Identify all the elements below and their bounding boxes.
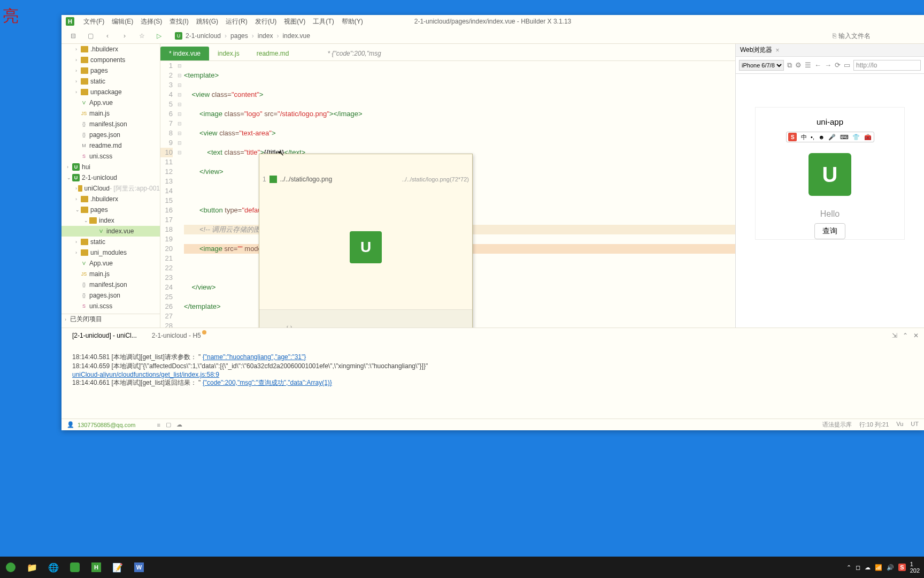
emoji-icon[interactable]: ☻ [818, 134, 825, 140]
tree-item-components[interactable]: ›components [61, 55, 160, 65]
devtools-icon[interactable]: ▭ [844, 61, 850, 69]
ime-toolbar[interactable]: S 中 •, ☻ 🎤 ⌨ 👕 🧰 [786, 132, 874, 142]
ime-cn-label[interactable]: 中 [801, 133, 807, 141]
keyboard-icon[interactable]: ⌨ [840, 134, 849, 141]
tab-index-js[interactable]: index.js [209, 47, 248, 60]
tree-item-manifest-json[interactable]: {}manifest.json [61, 119, 160, 130]
tree-item-pages-json[interactable]: {}pages.json [61, 290, 160, 301]
user-icon[interactable]: 👤 [67, 421, 74, 428]
tree-item-index-vue[interactable]: Vindex.vue [61, 226, 160, 237]
tree-item-2-1-unicloud[interactable]: ⌄U2-1-unicloud [61, 172, 160, 183]
sidebar-toggle-icon[interactable]: ⊟ [67, 29, 80, 42]
menu-help[interactable]: 帮助(Y) [338, 17, 367, 26]
autocomplete-item[interactable]: 1 ../../static/logo.png ../../static/log… [259, 173, 472, 185]
menu-goto[interactable]: 跳转(G) [192, 17, 222, 26]
closed-projects[interactable]: › 已关闭项目 [61, 314, 160, 324]
toolbox-icon[interactable]: 🧰 [864, 134, 872, 141]
tree-item-main-js[interactable]: JSmain.js [61, 269, 160, 279]
tray-app-icon[interactable]: ◻ [856, 564, 860, 571]
tree-item-uni-scss[interactable]: Suni.scss [61, 301, 160, 311]
tree-item-main-js[interactable]: JSmain.js [61, 108, 160, 119]
tree-item--hbuilderx[interactable]: ›.hbuilderx [61, 44, 160, 55]
star-icon[interactable]: ☆ [135, 29, 148, 42]
tree-item-pages[interactable]: ›pages [61, 65, 160, 76]
tree-item-static[interactable]: ›static [61, 237, 160, 247]
crumb-project[interactable]: 2-1-unicloud [183, 32, 223, 40]
console-tab-h5[interactable]: 2-1-unicloud - H5 [147, 330, 211, 341]
log-params-link[interactable]: {"name":"huochangliang","age":"31"} [203, 353, 306, 361]
console-export-icon[interactable]: ⇲ [892, 332, 897, 339]
file-search[interactable]: ⎘ [833, 32, 919, 40]
file-explorer-icon[interactable]: 📁 [21, 557, 43, 578]
clock[interactable]: 1202 [910, 561, 920, 574]
tree-item-app-vue[interactable]: VApp.vue [61, 258, 160, 269]
tree-item-manifest-json[interactable]: {}manifest.json [61, 279, 160, 290]
device-select[interactable]: iPhone 6/7/8 [739, 60, 784, 71]
refresh-icon[interactable]: ⟳ [835, 61, 841, 69]
tree-item-unicloud[interactable]: ›uniCloud - [阿里云:app-001 [61, 183, 160, 194]
tree-item-uni-scss[interactable]: Suni.scss [61, 151, 160, 162]
console-clear-icon[interactable]: ✕ [913, 332, 919, 339]
wps-icon[interactable]: W [128, 557, 150, 578]
hbuilder-icon[interactable]: H [86, 557, 107, 578]
crumb-file[interactable]: index.vue [280, 32, 312, 40]
url-input[interactable]: http://lo [853, 60, 921, 71]
ruler-icon[interactable]: ☰ [805, 61, 811, 69]
tree-item-hui[interactable]: ›Uhui [61, 162, 160, 172]
tree-item--hbuilderx[interactable]: ›.hbuilderx [61, 194, 160, 204]
system-tray[interactable]: ⌃ ◻ ☁ 📶 🔊 S 1202 [846, 561, 924, 574]
chrome-icon[interactable]: 🌐 [43, 557, 64, 578]
query-button[interactable]: 查询 [814, 223, 845, 239]
menu-run[interactable]: 运行(R) [222, 17, 251, 26]
ime-indicator-icon[interactable]: S [898, 564, 905, 571]
punctuation-icon[interactable]: •, [811, 134, 814, 140]
encoding[interactable]: UT [911, 421, 919, 429]
tray-volume-icon[interactable]: 🔊 [887, 564, 894, 571]
code-content[interactable]: <template> <view class="content"> <image… [183, 61, 735, 328]
syntax-hints[interactable]: 语法提示库 [822, 421, 852, 429]
code-editor[interactable]: 1234567891011121314151617181920212223242… [160, 61, 735, 328]
menu-find[interactable]: 查找(I) [166, 17, 192, 26]
file-search-input[interactable] [838, 32, 919, 40]
crumb-index[interactable]: index [256, 32, 275, 40]
external-icon[interactable]: ⧉ [787, 61, 792, 70]
crumb-pages[interactable]: pages [228, 32, 250, 40]
back-icon[interactable]: ‹ [101, 29, 114, 42]
tree-item-app-vue[interactable]: VApp.vue [61, 97, 160, 108]
sogou-icon[interactable]: S [788, 133, 797, 141]
console-tab-unicloud[interactable]: [2-1-unicloud] - uniCl... [67, 330, 142, 341]
menu-file[interactable]: 文件(F) [80, 17, 108, 26]
mic-icon[interactable]: 🎤 [828, 134, 836, 141]
menu-edit[interactable]: 编辑(E) [108, 17, 137, 26]
cloud-icon[interactable]: ☁ [176, 421, 182, 428]
browser-tab[interactable]: Web浏览器 × [736, 44, 924, 57]
wechat-icon[interactable] [64, 557, 86, 578]
language-mode[interactable]: Vu [896, 421, 903, 429]
skin-icon[interactable]: 👕 [852, 134, 860, 141]
tab-readme-md[interactable]: readme.md [248, 47, 298, 60]
tree-item-pages-json[interactable]: {}pages.json [61, 130, 160, 140]
notepad-icon[interactable]: 📝 [107, 557, 128, 578]
tree-item-pages[interactable]: ⌄pages [61, 204, 160, 215]
menu-view[interactable]: 视图(V) [280, 17, 309, 26]
browser-back-icon[interactable]: ← [814, 61, 821, 69]
log-result-link[interactable]: {"code":200,"msg":"查询成功","data":Array(1)… [203, 379, 332, 386]
tree-item-uni-modules[interactable]: ›uni_modules [61, 247, 160, 258]
tree-item-readme-md[interactable]: Mreadme.md [61, 140, 160, 151]
forward-icon[interactable]: › [118, 29, 131, 42]
start-button[interactable] [0, 557, 21, 578]
menu-publish[interactable]: 发行(U) [251, 17, 281, 26]
console-collapse-icon[interactable]: ⌃ [903, 332, 908, 339]
terminal-icon[interactable]: ▢ [166, 421, 171, 428]
console-output[interactable]: 18:14:40.581 [本地调试][get_list]请求参数： " {"n… [61, 343, 924, 419]
log-file-link[interactable]: uniCloud-aliyun/cloudfunctions/get_list/… [72, 371, 219, 378]
tray-network-icon[interactable]: 📶 [875, 564, 882, 571]
menu-select[interactable]: 选择(S) [137, 17, 166, 26]
tree-item-unpackage[interactable]: ›unpackage [61, 87, 160, 97]
list-icon[interactable]: ≡ [157, 422, 160, 428]
tree-item-index[interactable]: ⌄index [61, 215, 160, 226]
close-icon[interactable]: × [775, 47, 779, 54]
tab-index-vue[interactable]: *index.vue [160, 47, 209, 60]
user-email[interactable]: 1307750885@qq.com [78, 422, 135, 428]
tray-cloud-icon[interactable]: ☁ [865, 564, 871, 571]
